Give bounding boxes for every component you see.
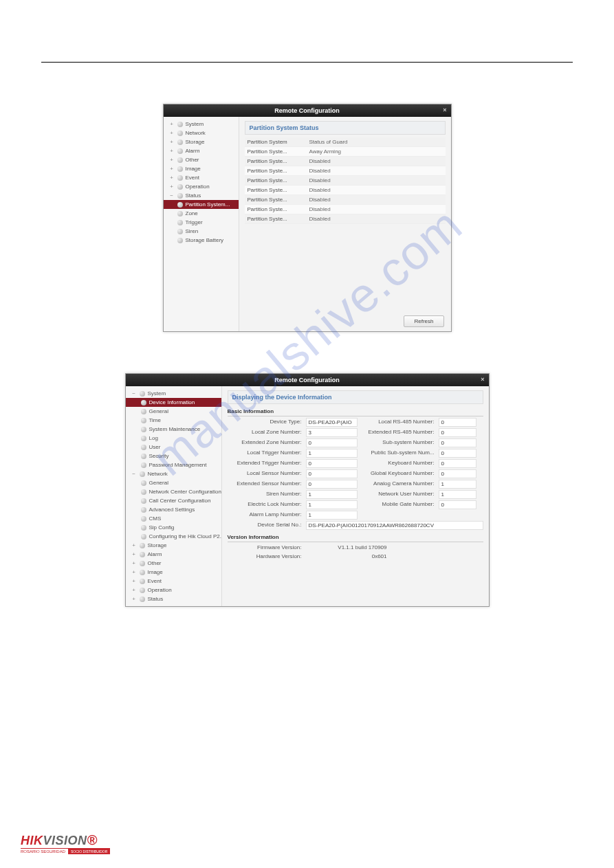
sidebar-subitem[interactable]: General: [126, 407, 221, 416]
sidebar-item-label: Network: [148, 471, 168, 477]
sidebar-subitem[interactable]: Configuring the Hik Cloud P2...: [126, 532, 221, 541]
sidebar-subitem[interactable]: Sip Config: [126, 523, 221, 532]
expand-icon[interactable]: +: [131, 560, 137, 566]
sidebar-subitem[interactable]: Advanced Settings: [126, 505, 221, 514]
close-icon[interactable]: ×: [481, 376, 484, 383]
expand-icon[interactable]: +: [131, 578, 137, 584]
node-icon: [141, 463, 146, 468]
sidebar-subitem[interactable]: User: [126, 443, 221, 452]
expand-icon[interactable]: +: [131, 587, 137, 593]
node-icon: [140, 471, 145, 477]
expand-icon[interactable]: +: [169, 130, 175, 136]
sidebar-item[interactable]: +Event: [164, 173, 239, 182]
info-value: 0: [439, 449, 476, 458]
sidebar-subitem[interactable]: Password Management: [126, 460, 221, 469]
info-value: 1: [439, 490, 476, 499]
sidebar-subitem[interactable]: General: [126, 478, 221, 487]
sidebar-item[interactable]: +Storage: [164, 137, 239, 146]
sidebar-subitem[interactable]: Siren: [164, 227, 239, 236]
table-row: Partition Syste...Disabled: [245, 176, 446, 186]
info-label: Extended Zone Number:: [228, 438, 303, 447]
sidebar-item-label: Network: [186, 130, 206, 136]
device-info-grid: Device Type:DS-PEA20-P(AIOLocal RS-485 N…: [228, 418, 483, 520]
node-icon: [141, 507, 146, 513]
sidebar-subitem[interactable]: System Maintenance: [126, 425, 221, 434]
table-row: Partition Syste...Disabled: [245, 195, 446, 205]
sidebar-item[interactable]: +Status: [126, 594, 221, 603]
sidebar-item[interactable]: +Operation: [126, 586, 221, 594]
expand-icon[interactable]: +: [169, 175, 175, 181]
row-value: Disabled: [309, 168, 331, 174]
expand-icon[interactable]: −: [169, 192, 175, 199]
sidebar-subitem[interactable]: Network Center Configuration: [126, 487, 221, 496]
info-value: 0: [439, 459, 476, 468]
node-icon: [177, 122, 183, 127]
sidebar-item[interactable]: +Event: [126, 577, 221, 586]
sidebar-item-label: Event: [148, 578, 162, 584]
sidebar-item[interactable]: −Status: [164, 191, 239, 200]
expand-icon[interactable]: +: [169, 139, 175, 145]
sidebar-subitem[interactable]: Security: [126, 452, 221, 460]
sidebar-item[interactable]: +Alarm: [126, 550, 221, 559]
node-icon: [141, 409, 146, 414]
row-value: Disabled: [309, 187, 331, 193]
serial-label: Device Serial No.:: [228, 521, 303, 530]
sidebar-subitem[interactable]: Log: [126, 434, 221, 443]
window-title: Remote Configuration: [274, 107, 340, 114]
sidebar-subitem[interactable]: Call Center Configuration: [126, 496, 221, 505]
sidebar-item[interactable]: −System: [126, 389, 221, 398]
info-label: Local Sensor Number:: [228, 469, 303, 478]
sidebar-item-label: Trigger: [186, 219, 203, 225]
expand-icon[interactable]: +: [169, 183, 175, 190]
row-label: Partition System: [248, 139, 309, 145]
expand-icon[interactable]: +: [131, 542, 137, 548]
close-icon[interactable]: ×: [443, 107, 446, 113]
sidebar-subitem[interactable]: Partition System...: [164, 200, 239, 209]
sidebar-subitem[interactable]: Storage Battery: [164, 236, 239, 245]
expand-icon[interactable]: +: [131, 596, 137, 602]
serial-value: DS-PEA20-P(AIO0120170912AAWR862688720CV: [306, 521, 483, 530]
expand-icon[interactable]: −: [131, 390, 137, 397]
sidebar-item[interactable]: +Image: [164, 164, 239, 173]
expand-icon[interactable]: +: [169, 157, 175, 163]
expand-icon[interactable]: −: [131, 471, 137, 477]
sidebar-item-label: General: [149, 480, 168, 486]
sidebar-item[interactable]: +Image: [126, 568, 221, 577]
sidebar-item-label: Zone: [186, 210, 198, 216]
content-panel: Displaying the Device Information Basic …: [222, 386, 489, 606]
sidebar-item[interactable]: +Other: [164, 155, 239, 164]
expand-icon[interactable]: +: [169, 148, 175, 154]
sidebar-subitem[interactable]: Trigger: [164, 218, 239, 227]
window-titlebar: Remote Configuration ×: [126, 374, 489, 386]
sidebar-item-label: Device Information: [149, 399, 195, 405]
info-value: 0: [306, 469, 358, 478]
sidebar-item[interactable]: −Network: [126, 469, 221, 478]
node-icon: [141, 516, 146, 522]
sidebar-item[interactable]: +Alarm: [164, 146, 239, 155]
sidebar-item-label: CMS: [149, 515, 162, 522]
sidebar-subitem[interactable]: Time: [126, 416, 221, 425]
sidebar-item-label: Alarm: [186, 148, 200, 154]
info-value: 0: [439, 428, 476, 437]
sidebar-item[interactable]: +Operation: [164, 182, 239, 191]
sidebar-item-label: Log: [149, 435, 158, 441]
sidebar-item[interactable]: +System: [164, 120, 239, 129]
refresh-button[interactable]: Refresh: [404, 315, 443, 327]
sidebar-item[interactable]: +Storage: [126, 541, 221, 550]
sidebar-item-label: Image: [186, 166, 201, 172]
section-basic-info: Basic Information: [228, 408, 483, 416]
info-value: 1: [306, 490, 358, 499]
expand-icon[interactable]: +: [131, 569, 137, 575]
table-row: Partition Syste...Disabled: [245, 205, 446, 214]
expand-icon[interactable]: +: [169, 166, 175, 172]
sidebar-item[interactable]: +Network: [164, 129, 239, 137]
sidebar-item-label: Security: [149, 453, 169, 459]
sidebar-subitem[interactable]: CMS: [126, 514, 221, 523]
expand-icon[interactable]: +: [169, 121, 175, 127]
expand-icon[interactable]: +: [131, 551, 137, 557]
panel-title: Displaying the Device Information: [228, 390, 483, 404]
sidebar-subitem[interactable]: Device Information: [126, 398, 221, 407]
sidebar-item[interactable]: +Other: [126, 559, 221, 568]
table-row: Partition Syste...Disabled: [245, 214, 446, 224]
sidebar-subitem[interactable]: Zone: [164, 209, 239, 218]
